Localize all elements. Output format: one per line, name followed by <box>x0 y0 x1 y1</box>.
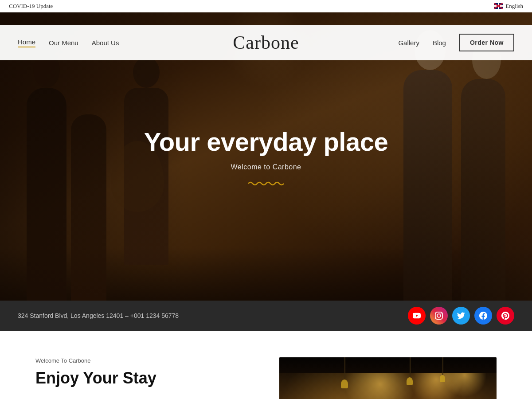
twitter-icon[interactable] <box>452 307 470 325</box>
interior-image <box>279 357 497 399</box>
language-label: English <box>505 3 523 10</box>
hero-section: Home Our Menu About Us Carbone Gallery B… <box>0 12 532 301</box>
covid-update-label[interactable]: COVID-19 Update <box>9 3 53 10</box>
below-fold-section: Welcome To Carbone Enjoy Your Stay <box>0 331 532 399</box>
top-bar: COVID-19 Update English <box>0 0 532 12</box>
nav-left-links: Home Our Menu About Us <box>18 38 119 47</box>
nav-menu-link[interactable]: Our Menu <box>49 39 78 47</box>
pinterest-icon[interactable] <box>497 307 514 325</box>
flag-icon <box>494 3 503 9</box>
hero-content: Your everyday place Welcome to Carbone <box>111 128 421 185</box>
hero-divider <box>111 180 421 185</box>
youtube-icon[interactable] <box>408 307 426 325</box>
facebook-icon[interactable] <box>474 307 492 325</box>
language-selector[interactable]: English <box>494 3 523 10</box>
nav-gallery-link[interactable]: Gallery <box>398 39 419 47</box>
brand-logo[interactable]: Carbone <box>233 32 299 53</box>
address-text: 324 Stanford Blvd, Los Angeles 12401 – +… <box>18 312 179 319</box>
wavy-decoration <box>248 180 284 185</box>
social-icons-group <box>408 307 514 325</box>
nav-about-link[interactable]: About Us <box>92 39 119 47</box>
below-fold-text: Welcome To Carbone Enjoy Your Stay <box>35 357 253 387</box>
nav-right-links: Gallery Blog Order Now <box>398 34 514 51</box>
hero-title: Your everyday place <box>111 128 421 156</box>
interior-img-bg <box>279 357 497 399</box>
info-bar: 324 Stanford Blvd, Los Angeles 12401 – +… <box>0 301 532 331</box>
nav-home-link[interactable]: Home <box>18 38 35 47</box>
nav-blog-link[interactable]: Blog <box>433 39 446 47</box>
section-heading: Enjoy Your Stay <box>35 368 253 387</box>
section-tag: Welcome To Carbone <box>35 357 253 364</box>
instagram-icon[interactable] <box>430 307 448 325</box>
main-navbar: Home Our Menu About Us Carbone Gallery B… <box>0 25 532 60</box>
hero-subtitle: Welcome to Carbone <box>111 163 421 171</box>
order-now-button[interactable]: Order Now <box>459 34 514 51</box>
